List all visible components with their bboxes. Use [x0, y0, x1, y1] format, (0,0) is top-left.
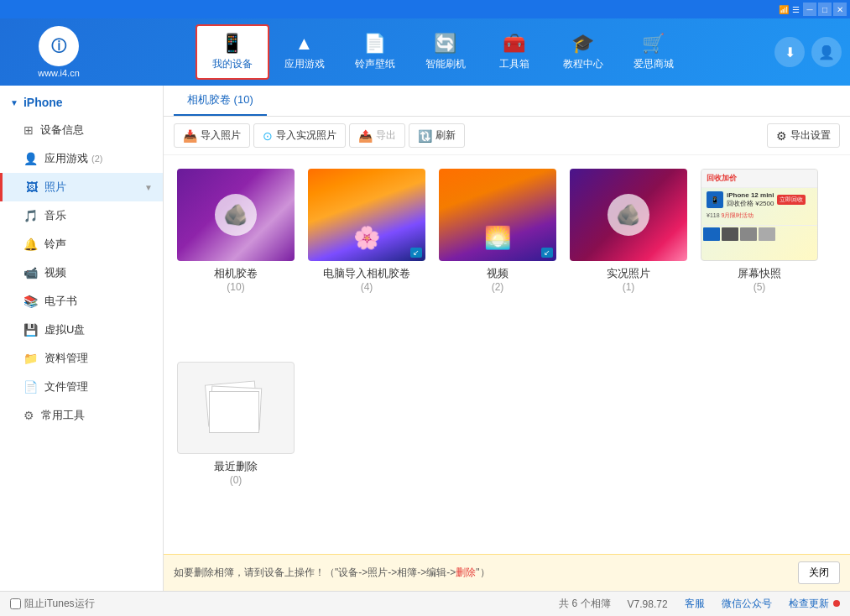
- album-imported[interactable]: 🌸 ↙ 电脑导入相机胶卷 (4): [308, 169, 425, 348]
- album-name-imported: 电脑导入相机胶卷: [323, 266, 410, 281]
- nav-tabs: 📱 我的设备 ▲ 应用游戏 📄 铃声壁纸 🔄 智能刷机 🧰 工具箱 🎓 教程中心…: [109, 24, 774, 80]
- nav-tab-apps-label: 应用游戏: [284, 57, 325, 71]
- apps-sidebar-icon: 👤: [23, 152, 38, 165]
- download-button[interactable]: ⬇: [774, 37, 805, 67]
- info-bar-text: 如要删除相簿，请到设备上操作！（"设备->照片->相簿->编辑->删除"）: [174, 566, 798, 580]
- sidebar-item-video[interactable]: 📹 视频: [0, 258, 163, 287]
- sidebar-item-device-info[interactable]: ⊞ 设备信息: [0, 116, 163, 144]
- content-tabs: 相机胶卷 (10): [164, 86, 850, 117]
- close-button[interactable]: ✕: [833, 3, 847, 16]
- import-live-button[interactable]: ⊙ 导入实况照片: [253, 123, 346, 148]
- user-avatar[interactable]: 👤: [811, 37, 842, 67]
- main-layout: ▼ iPhone ⊞ 设备信息 👤 应用游戏 (2) 🖼 照片 ▼ 🎵 音乐 🔔…: [0, 86, 850, 591]
- tools-icon: ⚙: [23, 409, 34, 422]
- sidebar-item-virtual-disk-label: 虚拟U盘: [44, 322, 85, 337]
- nav-tab-apps[interactable]: ▲ 应用游戏: [269, 26, 340, 78]
- sidebar-item-ebooks-label: 电子书: [44, 294, 77, 309]
- export-icon: 📤: [358, 129, 373, 143]
- data-mgmt-icon: 📁: [23, 352, 38, 365]
- album-camera-roll[interactable]: 🪨 相机胶卷 (10): [177, 169, 295, 348]
- nav-tab-smart-flash-label: 智能刷机: [425, 57, 466, 71]
- ringtones-icon: 📄: [363, 33, 386, 55]
- sidebar-item-data-mgmt[interactable]: 📁 资料管理: [0, 344, 163, 373]
- sidebar-item-tools[interactable]: ⚙ 常用工具: [0, 401, 163, 430]
- sidebar-item-ebooks[interactable]: 📚 电子书: [0, 287, 163, 316]
- sidebar-item-apps-label: 应用游戏: [44, 151, 88, 166]
- apps-icon: ▲: [295, 33, 314, 55]
- album-name-screenshot: 屏幕快照: [738, 266, 781, 281]
- info-bar: 如要删除相簿，请到设备上操作！（"设备->照片->相簿->编辑->删除"） 关闭: [164, 554, 850, 591]
- header-right: ⬇ 👤: [774, 37, 842, 67]
- sidebar-item-photos-label: 照片: [44, 180, 66, 195]
- export-settings-button[interactable]: ⚙ 导出设置: [767, 123, 840, 148]
- header: ⓘ www.i4.cn 📱 我的设备 ▲ 应用游戏 📄 铃声壁纸 🔄 智能刷机 …: [0, 18, 850, 86]
- album-count-video: (2): [492, 281, 504, 293]
- import-photos-button[interactable]: 📥 导入照片: [174, 123, 250, 148]
- maximize-button[interactable]: □: [818, 3, 832, 16]
- sidebar-item-ringtones[interactable]: 🔔 铃声: [0, 230, 163, 258]
- apps-badge: (2): [91, 154, 102, 164]
- minimize-button[interactable]: ─: [803, 3, 816, 16]
- sidebar-device: ▼ iPhone: [0, 89, 163, 116]
- refresh-button[interactable]: 🔃 刷新: [409, 123, 465, 148]
- update-dot: [833, 600, 840, 607]
- nav-tab-toolbox[interactable]: 🧰 工具箱: [481, 26, 548, 78]
- album-count-deleted: (0): [230, 474, 242, 486]
- nav-tab-toolbox-label: 工具箱: [499, 57, 529, 71]
- device-info-icon: ⊞: [23, 123, 34, 137]
- album-thumb-screenshot: 回收加价 📱 iPhone 12 mini 回收价格 ¥2500 立即回收 ¥1…: [701, 169, 818, 261]
- sidebar-item-music[interactable]: 🎵 音乐: [0, 201, 163, 230]
- content-tab-camera-roll[interactable]: 相机胶卷 (10): [174, 86, 267, 116]
- import-photos-icon: 📥: [183, 129, 197, 143]
- sidebar-item-device-info-label: 设备信息: [40, 123, 84, 138]
- album-count-imported: (4): [361, 281, 373, 293]
- photos-arrow-icon: ▼: [144, 183, 153, 192]
- ad-thumbnails: [701, 225, 817, 243]
- list-icon: ☰: [792, 5, 800, 14]
- sidebar-item-music-label: 音乐: [44, 208, 66, 223]
- check-update-link[interactable]: 检查更新: [789, 597, 840, 611]
- album-screenshot[interactable]: 回收加价 📱 iPhone 12 mini 回收价格 ¥2500 立即回收 ¥1…: [701, 169, 818, 348]
- block-itunes-checkbox[interactable]: [10, 598, 21, 609]
- camera-roll-thumb-icon: 🪨: [215, 194, 257, 236]
- ad-header: 回收加价: [701, 170, 817, 188]
- sidebar-item-ringtones-label: 铃声: [44, 237, 66, 252]
- music-icon: 🎵: [23, 209, 38, 222]
- ad-content: 📱 iPhone 12 mini 回收价格 ¥2500 立即回收 ¥118 9月…: [701, 188, 817, 223]
- video-thumb-icon: 🌅: [484, 225, 511, 251]
- album-thumb-deleted: [177, 362, 295, 454]
- import-live-icon: ⊙: [263, 129, 273, 143]
- album-count: 共 6 个相簿: [559, 597, 610, 611]
- sidebar-item-photos[interactable]: 🖼 照片 ▼: [0, 173, 163, 201]
- nav-tab-store[interactable]: 🛒 爱思商城: [618, 26, 689, 78]
- sidebar-item-virtual-disk[interactable]: 💾 虚拟U盘: [0, 316, 163, 344]
- nav-tab-ringtones[interactable]: 📄 铃声壁纸: [340, 26, 410, 78]
- video-icon: 📹: [23, 266, 38, 279]
- virtual-disk-icon: 💾: [23, 323, 38, 337]
- status-right: 共 6 个相簿 V7.98.72 客服 微信公众号 检查更新: [559, 597, 840, 611]
- toolbox-icon: 🧰: [503, 33, 525, 55]
- nav-tab-my-device-label: 我的设备: [212, 57, 253, 71]
- album-count-live: (1): [623, 281, 635, 293]
- nav-tab-my-device[interactable]: 📱 我的设备: [196, 24, 269, 80]
- sidebar-item-file-mgmt[interactable]: 📄 文件管理: [0, 373, 163, 401]
- sidebar-item-apps[interactable]: 👤 应用游戏 (2): [0, 144, 163, 173]
- live-thumb-icon: 🪨: [608, 194, 649, 236]
- export-button[interactable]: 📤 导出: [349, 123, 405, 148]
- device-label: iPhone: [23, 96, 63, 109]
- smart-flash-icon: 🔄: [434, 33, 456, 55]
- nav-tab-tutorials[interactable]: 🎓 教程中心: [548, 26, 618, 78]
- toolbar: 📥 导入照片 ⊙ 导入实况照片 📤 导出 🔃 刷新 ⚙ 导出设置: [164, 117, 850, 155]
- block-itunes-checkbox-label[interactable]: 阻止iTunes运行: [10, 597, 95, 611]
- file-mgmt-icon: 📄: [23, 380, 38, 394]
- customer-service-link[interactable]: 客服: [685, 597, 705, 611]
- nav-tab-smart-flash[interactable]: 🔄 智能刷机: [410, 26, 481, 78]
- deleted-stack: [202, 374, 269, 441]
- album-thumb-imported: 🌸 ↙: [308, 169, 425, 261]
- wechat-link[interactable]: 微信公众号: [722, 597, 772, 611]
- album-video[interactable]: 🌅 ↙ 视频 (2): [439, 169, 556, 348]
- refresh-icon: 🔃: [418, 129, 432, 143]
- info-bar-close-button[interactable]: 关闭: [798, 561, 840, 584]
- album-live[interactable]: 🪨 实况照片 (1): [570, 169, 687, 348]
- album-deleted[interactable]: 最近删除 (0): [177, 362, 295, 541]
